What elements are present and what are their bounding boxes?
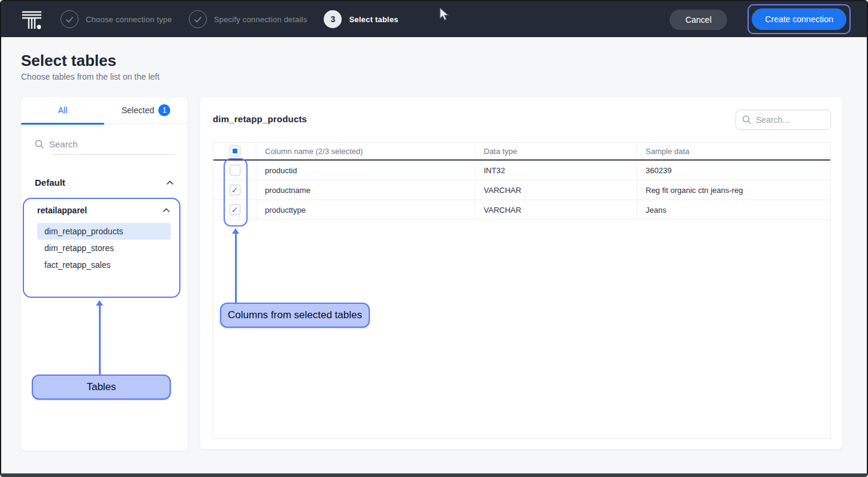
tables-callout-arrow — [99, 305, 101, 375]
sidebar-search-input[interactable] — [49, 139, 163, 149]
step-label: Specify connection details — [214, 15, 308, 24]
wizard-header: Choose connection type Specify connectio… — [1, 1, 867, 37]
row-checkbox[interactable] — [230, 165, 240, 176]
window-bottom-edge — [0, 473, 868, 477]
columns-callout-arrow — [235, 233, 237, 303]
chevron-up-icon — [166, 180, 174, 185]
app-window: Choose connection type Specify connectio… — [0, 0, 868, 477]
header-data-type: Data type — [475, 143, 637, 159]
columns-callout-arrowhead — [232, 228, 239, 234]
tables-sidebar: All Selected 1 Default — [21, 97, 188, 451]
search-icon — [35, 140, 44, 149]
check-icon — [189, 10, 207, 28]
active-tab-underline — [21, 123, 104, 125]
row-checkbox[interactable] — [230, 185, 240, 195]
table-row: productname VARCHAR Reg fit organic ctn … — [213, 180, 830, 200]
cell-data-type: INT32 — [475, 161, 637, 180]
check-icon — [61, 10, 79, 28]
group-default-label: Default — [35, 177, 65, 188]
step-choose-connection-type: Choose connection type — [61, 10, 172, 28]
page-subtitle: Choose tables from the list on the left — [21, 72, 159, 81]
columns-panel: dim_retapp_products Column name (2/3 sel… — [200, 97, 842, 449]
wizard-steps: Choose connection type Specify connectio… — [61, 10, 399, 28]
table-item-dim-retapp-products[interactable]: dim_retapp_products — [37, 223, 171, 240]
mouse-cursor — [438, 7, 450, 23]
columns-table: Column name (2/3 selected) Data type Sam… — [213, 142, 831, 439]
table-item-label: fact_retapp_sales — [44, 260, 111, 270]
thoughtspot-logo-icon — [21, 8, 43, 30]
step-label: Choose connection type — [86, 15, 172, 24]
table-item-label: dim_retapp_stores — [44, 243, 114, 253]
selected-table-title: dim_retapp_products — [213, 114, 307, 124]
cell-sample-data: Jeans — [637, 200, 831, 219]
step-specify-connection-details: Specify connection details — [189, 10, 308, 28]
search-icon — [742, 115, 752, 125]
row-checkbox[interactable] — [230, 204, 240, 215]
group-default[interactable]: Default — [35, 177, 174, 188]
sidebar-search — [35, 139, 174, 155]
create-connection-annotation-outline: Create connection — [748, 4, 851, 34]
table-row: productid INT32 360239 — [213, 161, 830, 180]
sidebar-tabs: All Selected 1 — [21, 97, 188, 124]
columns-search-input[interactable] — [756, 115, 822, 125]
search-underline — [52, 154, 174, 155]
page-title: Select tables — [21, 52, 116, 70]
header-column-name: Column name (2/3 selected) — [257, 143, 475, 159]
step-label: Select tables — [349, 15, 398, 24]
columns-table-header: Column name (2/3 selected) Data type Sam… — [213, 143, 830, 161]
cell-sample-data: 360239 — [637, 161, 831, 180]
table-item-label: dim_retapp_products — [44, 227, 123, 236]
tab-selected-label: Selected — [122, 105, 154, 115]
cell-data-type: VARCHAR — [475, 200, 637, 219]
chevron-up-icon — [162, 208, 170, 213]
tables-callout-arrowhead — [96, 300, 103, 306]
header-sample-data: Sample data — [637, 143, 831, 159]
cell-column-name: productid — [257, 161, 475, 180]
selected-count-badge: 1 — [158, 104, 170, 116]
select-all-checkbox[interactable] — [230, 146, 240, 156]
columns-callout-label: Columns from selected tables — [220, 303, 370, 328]
step-select-tables: 3 Select tables — [324, 10, 398, 28]
tables-callout-label: Tables — [32, 375, 171, 400]
cell-sample-data: Reg fit organic ctn jeans-reg — [637, 180, 831, 200]
tab-all-label: All — [58, 105, 68, 115]
table-item-dim-retapp-stores[interactable]: dim_retapp_stores — [37, 240, 171, 256]
schema-label: retailapparel — [37, 206, 87, 215]
step-number-badge: 3 — [324, 10, 342, 28]
table-list: dim_retapp_products dim_retapp_stores fa… — [37, 223, 171, 273]
cancel-button[interactable]: Cancel — [670, 10, 727, 30]
tab-all[interactable]: All — [21, 97, 104, 123]
cell-column-name: producttype — [257, 200, 475, 219]
tab-selected[interactable]: Selected 1 — [104, 97, 188, 123]
table-item-fact-retapp-sales[interactable]: fact_retapp_sales — [37, 256, 171, 273]
table-row: producttype VARCHAR Jeans — [213, 200, 830, 220]
cell-data-type: VARCHAR — [475, 180, 637, 200]
schema-retailapparel[interactable]: retailapparel — [37, 206, 170, 215]
columns-search — [736, 110, 831, 130]
cell-column-name: productname — [257, 180, 475, 200]
create-connection-button[interactable]: Create connection — [752, 8, 846, 30]
